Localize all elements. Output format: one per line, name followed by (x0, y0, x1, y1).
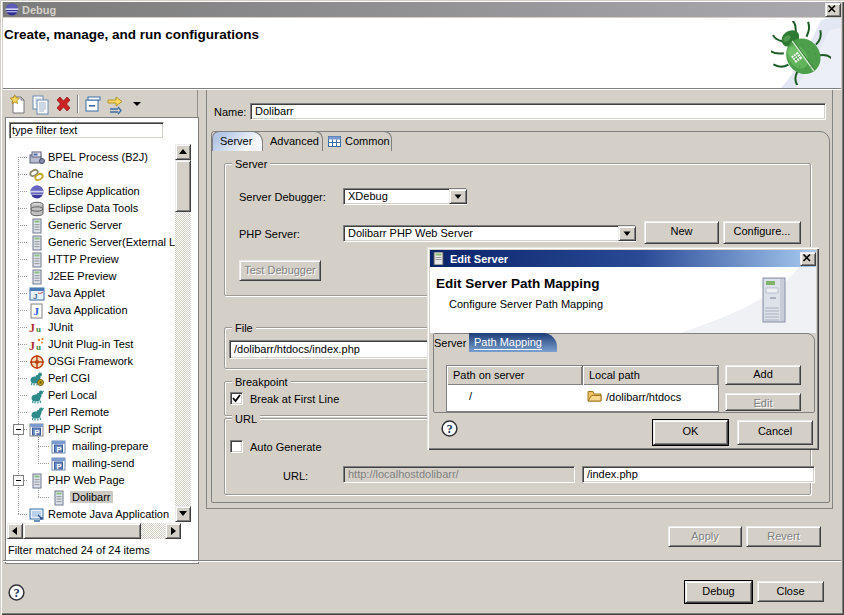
svg-text:P: P (57, 445, 62, 454)
svg-text:J: J (34, 305, 40, 317)
svg-text:?: ? (446, 422, 452, 436)
svg-text:u: u (36, 342, 41, 352)
svg-text:?: ? (13, 586, 19, 600)
svg-text:u: u (36, 324, 41, 334)
svg-text:P: P (35, 428, 40, 437)
svg-text:J: J (29, 339, 35, 353)
svg-text:J: J (33, 292, 37, 301)
svg-text:J: J (29, 321, 35, 335)
svg-text:P: P (57, 462, 62, 471)
